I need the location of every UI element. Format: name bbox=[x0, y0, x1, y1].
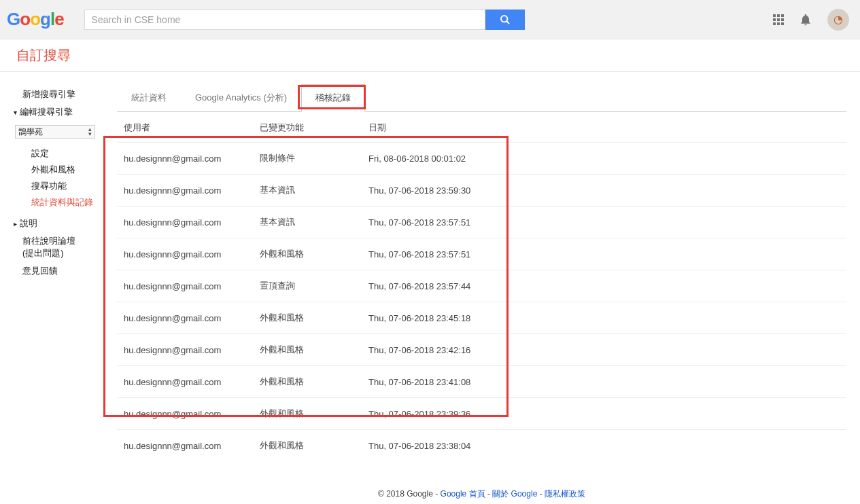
tab-audit[interactable]: 稽核記錄 bbox=[301, 84, 365, 112]
apps-icon[interactable] bbox=[773, 14, 784, 25]
audit-table: 使用者 已變更功能 日期 hu.designnn@gmail.com限制條件Fr… bbox=[117, 112, 846, 461]
google-logo[interactable]: Google bbox=[7, 9, 64, 30]
engine-select-value: 鵲學苑 bbox=[18, 126, 43, 138]
col-date: 日期 bbox=[362, 112, 846, 143]
stepper-icon: ▴▾ bbox=[88, 127, 92, 137]
cell-user: hu.designnn@gmail.com bbox=[117, 398, 253, 430]
tab-ga[interactable]: Google Analytics (分析) bbox=[181, 84, 301, 111]
sidebar-feedback[interactable]: 意見回饋 bbox=[22, 262, 103, 280]
cell-feature: 外觀和風格 bbox=[253, 334, 362, 366]
cell-date: Thu, 07-06-2018 23:42:16 bbox=[362, 334, 846, 366]
table-row: hu.designnn@gmail.com外觀和風格Thu, 07-06-201… bbox=[117, 238, 846, 270]
table-row: hu.designnn@gmail.com外觀和風格Thu, 07-06-201… bbox=[117, 334, 846, 366]
tab-stats[interactable]: 統計資料 bbox=[117, 84, 181, 111]
search-icon bbox=[500, 14, 511, 25]
table-row: hu.designnn@gmail.com置頂查詢Thu, 07-06-2018… bbox=[117, 270, 846, 302]
table-row: hu.designnn@gmail.com基本資訊Thu, 07-06-2018… bbox=[117, 206, 846, 238]
search-input[interactable] bbox=[84, 10, 485, 30]
cell-user: hu.designnn@gmail.com bbox=[117, 206, 253, 238]
topbar: Google ◔ bbox=[0, 0, 860, 39]
table-row: hu.designnn@gmail.com限制條件Fri, 08-06-2018… bbox=[117, 143, 846, 175]
cell-feature: 外觀和風格 bbox=[253, 302, 362, 334]
cell-feature: 基本資訊 bbox=[253, 206, 362, 238]
col-feature: 已變更功能 bbox=[253, 112, 362, 143]
cell-feature: 基本資訊 bbox=[253, 175, 362, 206]
cell-user: hu.designnn@gmail.com bbox=[117, 366, 253, 398]
cell-feature: 外觀和風格 bbox=[253, 430, 362, 462]
table-row: hu.designnn@gmail.com外觀和風格Thu, 07-06-201… bbox=[117, 398, 846, 430]
cell-user: hu.designnn@gmail.com bbox=[117, 270, 253, 302]
avatar[interactable]: ◔ bbox=[827, 9, 849, 31]
table-row: hu.designnn@gmail.com基本資訊Thu, 07-06-2018… bbox=[117, 175, 846, 206]
table-row: hu.designnn@gmail.com外觀和風格Thu, 07-06-201… bbox=[117, 430, 846, 462]
sidebar-edit-engine[interactable]: 編輯搜尋引擎 bbox=[14, 103, 103, 121]
cell-date: Thu, 07-06-2018 23:57:51 bbox=[362, 238, 846, 270]
cell-user: hu.designnn@gmail.com bbox=[117, 238, 253, 270]
table-header-row: 使用者 已變更功能 日期 bbox=[117, 112, 846, 143]
topbar-right: ◔ bbox=[773, 9, 849, 31]
cell-date: Thu, 07-06-2018 23:59:30 bbox=[362, 175, 846, 206]
cell-date: Thu, 07-06-2018 23:57:44 bbox=[362, 270, 846, 302]
sidebar-forum-sub[interactable]: (提出問題) bbox=[22, 247, 103, 262]
sidebar-forum[interactable]: 前往說明論壇 bbox=[22, 232, 103, 247]
sidebar-search-func[interactable]: 搜尋功能 bbox=[31, 178, 103, 194]
cell-feature: 限制條件 bbox=[253, 143, 362, 175]
engine-select[interactable]: 鵲學苑 ▴▾ bbox=[15, 125, 95, 139]
notifications-icon[interactable] bbox=[799, 13, 812, 26]
sidebar-look[interactable]: 外觀和風格 bbox=[31, 162, 103, 178]
cell-date: Fri, 08-06-2018 00:01:02 bbox=[362, 143, 846, 175]
cell-date: Thu, 07-06-2018 23:45:18 bbox=[362, 302, 846, 334]
footer-home-link[interactable]: Google 首頁 bbox=[441, 489, 485, 499]
search-button[interactable] bbox=[485, 10, 525, 30]
cell-user: hu.designnn@gmail.com bbox=[117, 302, 253, 334]
sidebar-help[interactable]: 說明 bbox=[14, 215, 103, 232]
cell-user: hu.designnn@gmail.com bbox=[117, 334, 253, 366]
table-row: hu.designnn@gmail.com外觀和風格Thu, 07-06-201… bbox=[117, 366, 846, 398]
page-title: 自訂搜尋 bbox=[16, 46, 71, 65]
footer-copyright: © 2018 Google bbox=[378, 489, 435, 499]
cell-date: Thu, 07-06-2018 23:38:04 bbox=[362, 430, 846, 462]
sidebar-stats-log[interactable]: 統計資料與記錄 bbox=[31, 194, 103, 211]
cell-date: Thu, 07-06-2018 23:57:51 bbox=[362, 206, 846, 238]
tabs: 統計資料 Google Analytics (分析) 稽核記錄 bbox=[117, 84, 846, 112]
cell-user: hu.designnn@gmail.com bbox=[117, 175, 253, 206]
footer-privacy-link[interactable]: 隱私權政策 bbox=[545, 489, 585, 499]
cell-date: Thu, 07-06-2018 23:39:36 bbox=[362, 398, 846, 430]
svg-line-1 bbox=[506, 21, 509, 24]
sidebar-settings[interactable]: 設定 bbox=[31, 145, 103, 162]
cell-feature: 外觀和風格 bbox=[253, 366, 362, 398]
cell-date: Thu, 07-06-2018 23:41:08 bbox=[362, 366, 846, 398]
cell-feature: 外觀和風格 bbox=[253, 238, 362, 270]
footer: © 2018 Google - Google 首頁 - 關於 Google - … bbox=[117, 461, 846, 504]
footer-about-link[interactable]: 關於 Google bbox=[492, 489, 537, 499]
svg-point-0 bbox=[501, 16, 507, 22]
avatar-initial: ◔ bbox=[833, 13, 843, 26]
cell-feature: 置頂查詢 bbox=[253, 270, 362, 302]
subheader: 自訂搜尋 bbox=[0, 39, 860, 72]
cell-user: hu.designnn@gmail.com bbox=[117, 430, 253, 462]
search-wrap bbox=[84, 10, 525, 30]
sidebar-new-engine[interactable]: 新增搜尋引擎 bbox=[22, 86, 103, 103]
cell-feature: 外觀和風格 bbox=[253, 398, 362, 430]
col-user: 使用者 bbox=[117, 112, 253, 143]
content: 統計資料 Google Analytics (分析) 稽核記錄 使用者 已變更功… bbox=[103, 72, 860, 504]
sidebar: 新增搜尋引擎 編輯搜尋引擎 鵲學苑 ▴▾ 設定 外觀和風格 搜尋功能 統計資料與… bbox=[0, 72, 103, 504]
cell-user: hu.designnn@gmail.com bbox=[117, 143, 253, 175]
table-row: hu.designnn@gmail.com外觀和風格Thu, 07-06-201… bbox=[117, 302, 846, 334]
